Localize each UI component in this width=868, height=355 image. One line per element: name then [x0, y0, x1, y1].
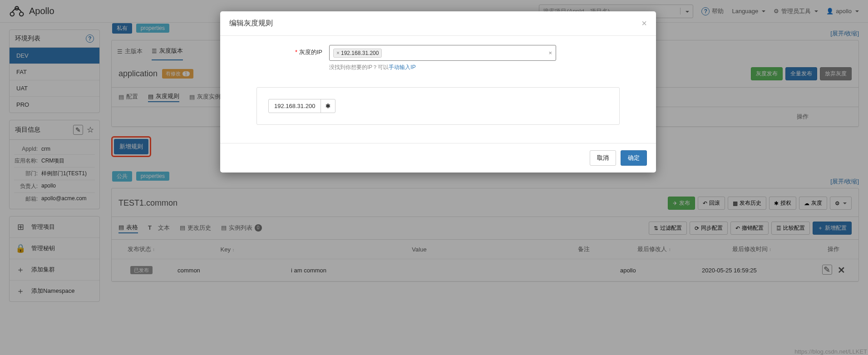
- ip-value: 192.168.31.200: [269, 99, 321, 113]
- modal-header: 编辑灰度规则 ×: [220, 11, 656, 36]
- hint-text: 没找到你想要的IP？可以手动输入IP: [329, 61, 647, 71]
- remove-ip-icon[interactable]: ✱: [321, 99, 335, 113]
- ip-tag: 192.168.31.200 ✱: [268, 99, 335, 113]
- confirm-button[interactable]: 确定: [621, 150, 647, 166]
- remove-chip-icon[interactable]: ×: [336, 50, 340, 56]
- edit-gray-rule-modal: 编辑灰度规则 × * 灰度的IP ×192.168.31.200 × 没找到你想…: [220, 11, 656, 173]
- form-row-ip: * 灰度的IP ×192.168.31.200 × 没找到你想要的IP？可以手动…: [229, 45, 647, 71]
- manual-ip-link[interactable]: 手动输入IP: [389, 64, 415, 70]
- clear-input-icon[interactable]: ×: [548, 49, 552, 56]
- ip-tags-input[interactable]: ×192.168.31.200 ×: [329, 45, 556, 61]
- modal-title: 编辑灰度规则: [229, 19, 273, 28]
- ip-card: 192.168.31.200 ✱: [256, 87, 620, 125]
- modal-footer: 取消 确定: [220, 143, 656, 173]
- ip-chip: ×192.168.31.200: [333, 49, 382, 58]
- close-icon[interactable]: ×: [641, 18, 647, 29]
- form-control: ×192.168.31.200 × 没找到你想要的IP？可以手动输入IP: [329, 45, 647, 71]
- modal-body: * 灰度的IP ×192.168.31.200 × 没找到你想要的IP？可以手动…: [220, 36, 656, 143]
- cancel-button[interactable]: 取消: [590, 150, 616, 166]
- form-label: * 灰度的IP: [229, 45, 329, 71]
